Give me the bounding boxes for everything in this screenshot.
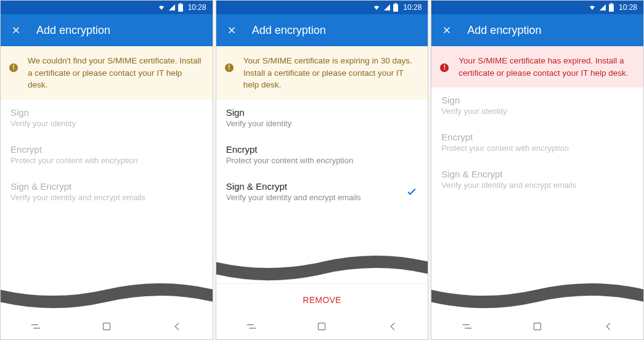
option-subtitle: Protect your content with encryption bbox=[226, 156, 418, 165]
banner-warning: ! Your S/MIME certificate is expiring in… bbox=[216, 46, 428, 100]
wifi-icon bbox=[157, 4, 166, 11]
android-nav-bar bbox=[431, 314, 643, 339]
option-title: Sign bbox=[441, 95, 634, 105]
status-time: 10:28 bbox=[619, 3, 637, 12]
option-sign-encrypt[interactable]: Sign & Encrypt Verify your identity and … bbox=[1, 174, 213, 211]
page-title: Add encryption bbox=[36, 24, 110, 37]
close-icon[interactable] bbox=[10, 25, 22, 36]
option-subtitle: Protect your content with encryption bbox=[441, 144, 634, 153]
signal-icon bbox=[383, 4, 391, 11]
svg-rect-6 bbox=[609, 4, 614, 12]
header: Add encryption bbox=[431, 14, 643, 46]
option-subtitle: Verify your identity and encrypt emails bbox=[10, 193, 203, 202]
page-title: Add encryption bbox=[467, 24, 541, 37]
svg-rect-7 bbox=[610, 3, 612, 4]
back-icon[interactable] bbox=[386, 320, 399, 333]
option-title: Sign & Encrypt bbox=[10, 181, 203, 192]
android-nav-bar bbox=[216, 314, 428, 339]
svg-rect-5 bbox=[319, 323, 325, 330]
option-title: Encrypt bbox=[10, 144, 203, 155]
banner-text: We couldn't find your S/MIME certificate… bbox=[28, 56, 201, 89]
status-bar: 10:28 bbox=[216, 1, 428, 14]
banner-text: Your S/MIME certificate is expiring in 3… bbox=[243, 56, 412, 89]
header: Add encryption bbox=[1, 14, 213, 46]
recent-apps-icon[interactable] bbox=[460, 320, 474, 333]
android-nav-bar bbox=[1, 314, 213, 339]
option-sign-encrypt[interactable]: Sign & Encrypt Verify your identity and … bbox=[431, 161, 643, 198]
back-icon[interactable] bbox=[601, 320, 615, 333]
svg-rect-0 bbox=[178, 4, 183, 12]
option-subtitle: Verify your identity bbox=[441, 107, 634, 116]
option-subtitle: Verify your identity bbox=[226, 119, 418, 128]
option-title: Sign bbox=[10, 107, 203, 118]
close-icon[interactable] bbox=[441, 25, 452, 36]
status-bar: 10:28 bbox=[431, 1, 643, 14]
remove-label: REMOVE bbox=[303, 295, 341, 305]
battery-icon bbox=[609, 3, 614, 12]
warning-icon: ! bbox=[9, 63, 18, 72]
option-title: Encrypt bbox=[226, 144, 418, 155]
svg-rect-2 bbox=[103, 323, 110, 330]
header: Add encryption bbox=[216, 14, 428, 46]
option-subtitle: Protect your content with encryption bbox=[10, 156, 203, 165]
option-subtitle: Verify your identity bbox=[10, 119, 203, 128]
option-title: Encrypt bbox=[441, 132, 634, 142]
status-time: 10:28 bbox=[188, 3, 206, 12]
phone-screen-2: 10:28 Add encryption ! Your S/MIME certi… bbox=[216, 0, 429, 340]
banner-error: ! Your S/MIME certificate has expired. I… bbox=[431, 46, 643, 87]
option-encrypt[interactable]: Encrypt Protect your content with encryp… bbox=[1, 137, 213, 174]
home-icon[interactable] bbox=[100, 320, 113, 333]
home-icon[interactable] bbox=[531, 320, 544, 333]
remove-button[interactable]: REMOVE bbox=[216, 283, 428, 311]
battery-icon bbox=[393, 3, 398, 12]
page-title: Add encryption bbox=[252, 24, 326, 37]
battery-icon bbox=[178, 3, 183, 12]
option-title: Sign bbox=[226, 107, 418, 118]
back-icon[interactable] bbox=[170, 320, 184, 333]
torn-edge bbox=[216, 253, 428, 283]
recent-apps-icon[interactable] bbox=[29, 320, 43, 333]
option-title: Sign & Encrypt bbox=[226, 181, 406, 192]
warning-icon: ! bbox=[225, 63, 234, 72]
svg-rect-8 bbox=[534, 323, 541, 330]
wifi-icon bbox=[372, 4, 381, 11]
phone-screen-3: 10:28 Add encryption ! Your S/MIME certi… bbox=[431, 0, 644, 340]
phone-screen-1: 10:28 Add encryption ! We couldn't find … bbox=[0, 0, 213, 340]
option-subtitle: Verify your identity and encrypt emails bbox=[226, 193, 406, 202]
svg-rect-3 bbox=[393, 4, 398, 12]
status-time: 10:28 bbox=[403, 3, 422, 12]
home-icon[interactable] bbox=[315, 320, 328, 333]
svg-rect-1 bbox=[179, 3, 181, 4]
torn-edge bbox=[431, 280, 643, 311]
recent-apps-icon[interactable] bbox=[245, 320, 258, 333]
torn-edge bbox=[1, 280, 213, 311]
option-sign-encrypt[interactable]: Sign & Encrypt Verify your identity and … bbox=[216, 174, 428, 211]
banner-warning: ! We couldn't find your S/MIME certifica… bbox=[1, 46, 213, 100]
option-encrypt[interactable]: Encrypt Protect your content with encryp… bbox=[431, 124, 643, 161]
option-sign[interactable]: Sign Verify your identity bbox=[216, 100, 428, 137]
close-icon[interactable] bbox=[226, 25, 237, 36]
svg-rect-4 bbox=[395, 3, 397, 4]
option-sign[interactable]: Sign Verify your identity bbox=[431, 87, 643, 124]
option-subtitle: Verify your identity and encrypt emails bbox=[441, 180, 634, 190]
check-icon bbox=[406, 185, 418, 198]
banner-text: Your S/MIME certificate has expired. Ins… bbox=[459, 56, 628, 78]
option-title: Sign & Encrypt bbox=[441, 169, 634, 179]
wifi-icon bbox=[588, 4, 597, 11]
signal-icon bbox=[599, 4, 606, 11]
error-icon: ! bbox=[440, 63, 449, 72]
option-sign[interactable]: Sign Verify your identity bbox=[1, 100, 213, 137]
status-bar: 10:28 bbox=[1, 1, 213, 14]
option-encrypt[interactable]: Encrypt Protect your content with encryp… bbox=[216, 137, 428, 174]
signal-icon bbox=[168, 4, 176, 11]
